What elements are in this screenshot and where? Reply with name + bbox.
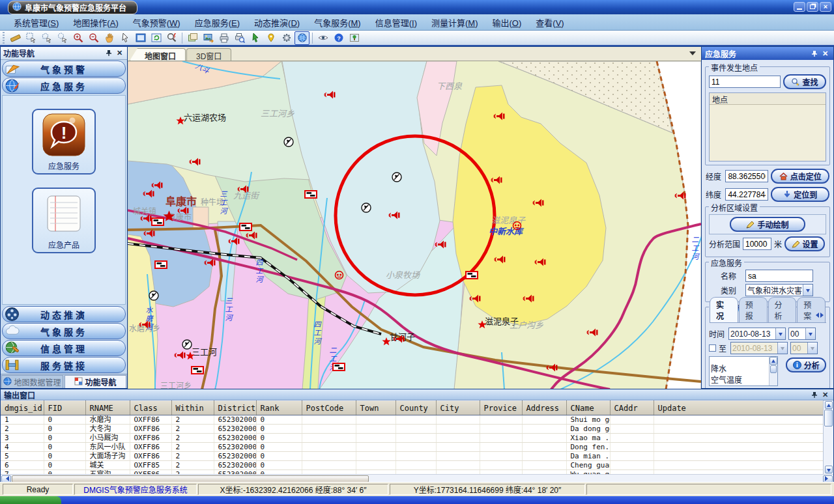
menu-气象服务[interactable]: 气象服务(M) xyxy=(307,15,368,30)
analyze-button[interactable]: 分析 xyxy=(786,357,826,372)
refresh-icon[interactable] xyxy=(149,31,164,45)
speaker-icon[interactable] xyxy=(204,258,216,270)
select-lasso-icon[interactable] xyxy=(55,31,70,45)
sidebar-item-动态推演[interactable]: 动态推演 xyxy=(2,306,126,322)
range-input[interactable] xyxy=(743,238,771,250)
flag-icon[interactable] xyxy=(465,270,478,282)
star-icon[interactable] xyxy=(382,337,391,348)
speaker-icon[interactable] xyxy=(469,294,481,305)
sidebar-item-信息管理[interactable]: 信息管理 xyxy=(2,340,126,356)
column-header-Address[interactable]: Address xyxy=(522,401,566,415)
list-scrollbar[interactable] xyxy=(769,357,777,385)
flag-icon[interactable] xyxy=(239,222,252,234)
pin-icon[interactable] xyxy=(809,390,819,399)
scrollbar-thumb[interactable] xyxy=(824,410,833,427)
menu-动态推演[interactable]: 动态推演(D) xyxy=(247,15,307,30)
column-header-Class[interactable]: Class xyxy=(130,401,171,415)
column-header-County[interactable]: County xyxy=(395,401,436,415)
latitude-field[interactable] xyxy=(725,188,768,201)
speaker-icon[interactable] xyxy=(228,236,240,248)
column-header-Update[interactable]: Update xyxy=(654,401,824,415)
tab-地图窗口[interactable]: 地图窗口 xyxy=(130,48,186,61)
table-row[interactable]: 30小马厩沟OXFF8626523020000Xiao ma ... xyxy=(1,434,824,443)
menu-输出[interactable]: 输出(O) xyxy=(485,15,529,30)
pan-icon[interactable] xyxy=(102,31,117,45)
star-icon[interactable] xyxy=(176,116,185,128)
eye-icon[interactable] xyxy=(315,31,330,45)
menu-应急服务[interactable]: 应急服务(E) xyxy=(188,15,247,30)
speaker-icon[interactable] xyxy=(523,294,534,305)
tab-预案[interactable]: 预案 xyxy=(797,297,826,322)
table-vertical-scrollbar[interactable] xyxy=(823,400,833,474)
tab-3D窗口[interactable]: 3D窗口 xyxy=(186,48,231,61)
scrollbar-thumb[interactable] xyxy=(12,475,369,483)
measure-icon[interactable] xyxy=(8,31,23,45)
chevron-down-icon[interactable] xyxy=(775,328,785,339)
应急服务-button[interactable]: !应急服务 xyxy=(32,109,96,175)
to-checkbox[interactable] xyxy=(709,344,716,352)
table-row[interactable]: 10水磨沟OXFF8626523020000Shui mo gou xyxy=(1,415,824,425)
service-name-input[interactable] xyxy=(745,270,813,282)
tab-scroll-right-icon[interactable] xyxy=(820,313,826,318)
column-header-CAddr[interactable]: CAddr xyxy=(610,401,654,415)
search-button[interactable]: 查找 xyxy=(783,74,826,89)
menu-查看[interactable]: 查看(V) xyxy=(528,15,571,30)
speaker-icon[interactable] xyxy=(324,90,336,102)
flag-icon[interactable] xyxy=(151,217,164,229)
tab-地图数据管理[interactable]: 地图数据管理 xyxy=(1,375,63,388)
chevron-down-icon[interactable] xyxy=(805,328,815,339)
map-tab-dropdown-icon[interactable] xyxy=(689,51,696,59)
column-header-Town[interactable]: Town xyxy=(356,401,395,415)
minimize-button[interactable] xyxy=(794,2,805,12)
close-button[interactable]: × xyxy=(820,2,831,12)
speaker-icon[interactable] xyxy=(393,334,405,346)
column-header-RNAME[interactable]: RNAME xyxy=(85,401,130,415)
star-big-icon[interactable] xyxy=(163,210,175,225)
flag-icon[interactable] xyxy=(304,189,317,201)
zoom-in-icon[interactable] xyxy=(70,31,85,45)
tab-scroll-left-icon[interactable] xyxy=(813,313,819,318)
speaker-icon[interactable] xyxy=(674,191,686,203)
sidebar-item-应急服务[interactable]: 应急服务 xyxy=(2,77,126,94)
speaker-icon[interactable] xyxy=(534,257,546,269)
globe-network-icon[interactable] xyxy=(295,31,309,45)
scene-icon[interactable] xyxy=(347,31,362,45)
speaker-icon[interactable] xyxy=(532,198,544,210)
column-header-dmgis_id[interactable]: dmgis_id xyxy=(1,401,44,415)
speaker-icon[interactable] xyxy=(189,157,201,169)
table-row[interactable]: 50大面场子沟OXFF8626523020000Da mian ... xyxy=(1,452,824,461)
table-row[interactable]: 20大冬沟OXFF8626523020000Da dong gou xyxy=(1,425,824,434)
layers-icon[interactable] xyxy=(185,31,200,45)
date-select[interactable]: 2010-08-13 xyxy=(728,328,786,340)
speaker-icon[interactable] xyxy=(237,184,249,196)
scroll-left-icon[interactable] xyxy=(1,475,11,483)
column-header-Provice[interactable]: Provice xyxy=(480,401,522,415)
map-viewport[interactable]: 六运湖农场三工河乡下西泉阜康市城关镇阜康市种牛场九运街滋泥泉子中新水库滋泥泉子小… xyxy=(128,61,701,389)
speaker-icon[interactable] xyxy=(388,210,400,222)
zoom-query-icon[interactable] xyxy=(164,31,179,45)
sidebar-item-服务链接[interactable]: 服务链接 xyxy=(2,357,126,373)
flag-icon[interactable] xyxy=(191,365,204,377)
speaker-icon[interactable] xyxy=(546,363,558,374)
table-row[interactable]: 60城关OXFF8526523020000Cheng guan xyxy=(1,461,824,470)
menu-气象预警[interactable]: 气象预警(W) xyxy=(126,15,188,30)
print-icon[interactable] xyxy=(216,31,231,45)
restore-button[interactable] xyxy=(807,2,818,12)
redmark-icon[interactable] xyxy=(512,221,522,233)
station-icon[interactable] xyxy=(392,172,402,185)
speaker-icon[interactable] xyxy=(491,175,502,187)
star-icon[interactable] xyxy=(478,320,487,331)
column-header-CName[interactable]: CName xyxy=(566,401,610,415)
speaker-icon[interactable] xyxy=(586,328,598,339)
tab-预报[interactable]: 预报 xyxy=(739,297,768,322)
station-icon[interactable] xyxy=(182,339,192,352)
print-preview-icon[interactable] xyxy=(232,31,247,45)
flag-icon[interactable] xyxy=(154,260,167,272)
export-image-icon[interactable] xyxy=(201,31,216,45)
hour-select[interactable]: 00 xyxy=(788,328,816,340)
chevron-down-icon[interactable] xyxy=(803,285,812,296)
select-feature-icon[interactable] xyxy=(248,31,263,45)
speaker-icon[interactable] xyxy=(177,206,189,217)
redmark-icon[interactable] xyxy=(334,270,344,283)
speaker-icon[interactable] xyxy=(143,229,155,240)
